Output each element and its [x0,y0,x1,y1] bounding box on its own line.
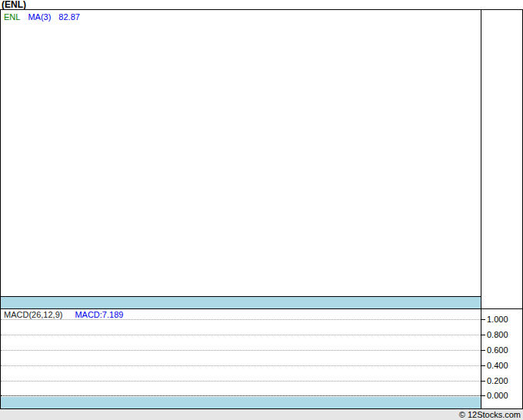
axis-tick-mark [481,381,485,382]
macd-value-label: MACD:7.189 [75,310,123,319]
axis-tick-mark [481,365,485,366]
macd-gridline [1,319,481,320]
price-panel-legend: ENLMA(3)82.87 [4,12,80,22]
copyright-text: © 12Stocks.com [459,410,523,419]
macd-axis-tick-label: 0.000 [487,391,521,401]
panel-separator-bottom [1,397,481,408]
axis-tick-mark [481,335,485,335]
macd-gridline [1,335,481,335]
footer: © 12Stocks.com [0,409,523,420]
macd-axis-tick-label: 0.800 [487,330,521,340]
macd-gridline [1,365,481,366]
macd-axis-tick-label: 0.600 [487,345,521,355]
symbol-label: ENL [4,12,20,22]
macd-panel-legend: MACD(26,12,9)MACD:7.189 [4,310,123,319]
macd-zero-gridline [1,395,481,396]
macd-axis-tick-label: 1.000 [487,315,521,325]
axis-tick-mark [481,319,485,320]
macd-panel: MACD(26,12,9)MACD:7.189 [1,309,481,397]
macd-axis-tick-label: 0.400 [487,361,521,371]
axis-tick-mark [481,350,485,351]
macd-axis-tick-label: 0.200 [487,376,521,386]
axis-tick-mark [481,395,485,396]
panel-separator-top [1,297,481,308]
chart-title: (ENL) [2,0,26,9]
axis-divider-line [481,9,481,408]
ma-value-label: 82.87 [58,12,80,22]
ma-label: MA(3) [28,12,51,22]
macd-gridline [1,350,481,351]
macd-indicator-label: MACD(26,12,9) [4,310,62,319]
stock-chart-screen: (ENL) ENLMA(3)82.87 MACD(26,12,9)MACD:7.… [0,0,523,420]
price-panel: ENLMA(3)82.87 [1,10,481,296]
macd-gridline [1,381,481,382]
